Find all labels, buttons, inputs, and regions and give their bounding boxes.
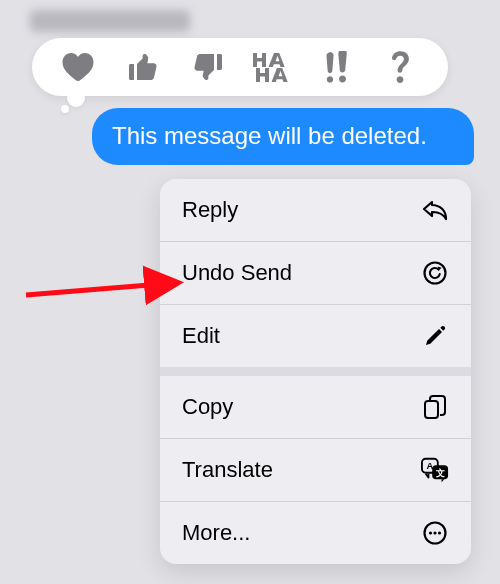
menu-item-translate[interactable]: Translate A 文: [160, 439, 471, 501]
translate-icon: A 文: [421, 456, 449, 484]
menu-item-label: Reply: [182, 197, 238, 223]
menu-item-label: Translate: [182, 457, 273, 483]
message-bubble[interactable]: This message will be deleted.: [92, 108, 474, 165]
menu-item-reply[interactable]: Reply: [160, 179, 471, 241]
reaction-heart[interactable]: [60, 49, 96, 85]
message-text: This message will be deleted.: [112, 122, 427, 149]
thumbs-down-icon: [193, 52, 223, 82]
pencil-icon: [421, 322, 449, 350]
reaction-haha[interactable]: [254, 49, 290, 85]
heart-icon: [61, 52, 95, 82]
menu-item-label: More...: [182, 520, 250, 546]
reaction-question[interactable]: [384, 49, 420, 85]
contact-name-redacted: [30, 10, 190, 32]
copy-icon: [421, 393, 449, 421]
menu-item-copy[interactable]: Copy: [160, 376, 471, 438]
svg-rect-1: [425, 401, 438, 418]
menu-item-edit[interactable]: Edit: [160, 305, 471, 367]
svg-point-8: [433, 531, 436, 534]
menu-item-undo-send[interactable]: Undo Send: [160, 242, 471, 304]
reaction-thumbs-up[interactable]: [125, 49, 161, 85]
exclaim-icon: [325, 51, 349, 83]
ellipsis-circle-icon: [421, 519, 449, 547]
haha-icon: [251, 52, 293, 82]
menu-item-label: Edit: [182, 323, 220, 349]
question-icon: [391, 50, 413, 84]
svg-text:文: 文: [435, 468, 445, 478]
undo-send-icon: [421, 259, 449, 287]
context-menu: Reply Undo Send Edit Copy Translate A: [160, 179, 471, 564]
menu-item-label: Undo Send: [182, 260, 292, 286]
tapback-reaction-bar: [32, 38, 448, 96]
svg-point-0: [425, 263, 446, 284]
menu-item-more[interactable]: More...: [160, 502, 471, 564]
reply-arrow-icon: [421, 196, 449, 224]
thumbs-up-icon: [128, 52, 158, 82]
menu-separator-thick: [160, 367, 471, 376]
annotation-arrow: [6, 195, 186, 305]
svg-line-10: [26, 283, 174, 295]
reaction-exclaim[interactable]: [319, 49, 355, 85]
menu-item-label: Copy: [182, 394, 233, 420]
reaction-thumbs-down[interactable]: [190, 49, 226, 85]
svg-point-9: [438, 531, 441, 534]
svg-point-7: [429, 531, 432, 534]
